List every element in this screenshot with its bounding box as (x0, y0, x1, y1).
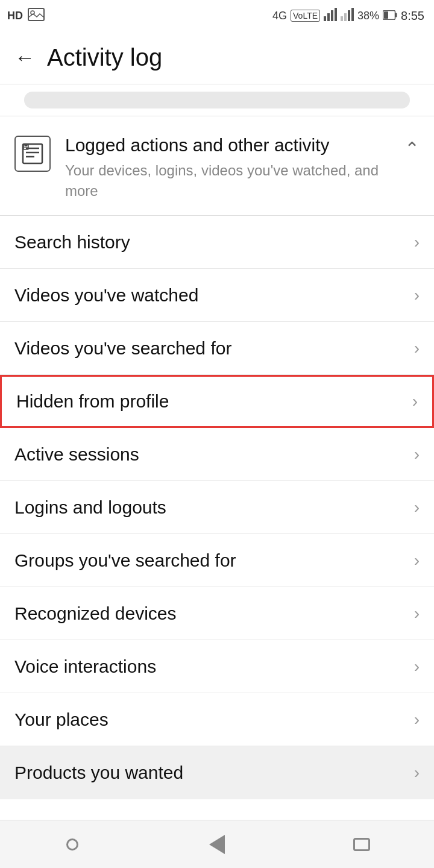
svg-rect-12 (384, 11, 388, 19)
svg-rect-7 (344, 13, 347, 21)
menu-label-hidden-from-profile: Hidden from profile (16, 391, 169, 412)
menu-label-active-sessions: Active sessions (14, 444, 139, 465)
menu-list: Search history›Videos you've watched›Vid… (0, 216, 434, 746)
menu-label-search-history: Search history (14, 232, 130, 253)
time-label: 8:55 (401, 9, 424, 23)
menu-item-logins-logouts[interactable]: Logins and logouts› (0, 481, 434, 534)
section-header: Logged actions and other activity Your d… (0, 116, 434, 215)
page-title: Activity log (47, 44, 162, 71)
menu-item-voice-interactions[interactable]: Voice interactions› (0, 640, 434, 693)
recents-nav-icon (353, 838, 370, 851)
section-title: Logged actions and other activity (65, 133, 392, 157)
menu-label-logins-logouts: Logins and logouts (14, 497, 166, 518)
chevron-icon-videos-watched: › (414, 286, 420, 305)
svg-rect-5 (335, 8, 337, 21)
chevron-icon-your-places: › (414, 710, 420, 729)
svg-rect-11 (395, 13, 397, 17)
menu-item-hidden-from-profile[interactable]: Hidden from profile› (0, 375, 434, 428)
svg-rect-8 (348, 10, 350, 21)
recents-nav-button[interactable] (338, 826, 386, 863)
chevron-up-icon[interactable]: ⌃ (404, 138, 420, 159)
chevron-icon-logins-logouts: › (414, 498, 420, 517)
menu-item-active-sessions[interactable]: Active sessions› (0, 428, 434, 481)
last-chevron-icon: › (414, 763, 420, 782)
menu-item-your-places[interactable]: Your places› (0, 693, 434, 746)
back-nav-button[interactable] (193, 826, 241, 863)
status-bar: HD 4G VoLTE (0, 0, 434, 31)
svg-rect-13 (23, 144, 42, 163)
svg-rect-6 (341, 16, 343, 21)
activity-icon (14, 136, 51, 172)
chevron-icon-hidden-from-profile: › (412, 392, 418, 411)
status-right: 4G VoLTE 38% (272, 8, 424, 24)
chevron-icon-active-sessions: › (414, 445, 420, 464)
hd-label: HD (7, 10, 23, 22)
menu-label-voice-interactions: Voice interactions (14, 656, 156, 677)
home-nav-button[interactable] (48, 826, 96, 863)
menu-label-groups-searched: Groups you've searched for (14, 550, 236, 571)
menu-item-groups-searched[interactable]: Groups you've searched for› (0, 534, 434, 587)
chevron-icon-recognized-devices: › (414, 604, 420, 623)
signal-icon (324, 8, 337, 24)
menu-item-videos-watched[interactable]: Videos you've watched› (0, 269, 434, 322)
back-button[interactable]: ← (14, 46, 35, 69)
home-nav-icon (66, 838, 78, 851)
menu-label-videos-watched: Videos you've watched (14, 285, 198, 306)
image-icon (28, 8, 45, 24)
signal-icon-2 (341, 8, 354, 24)
svg-rect-9 (351, 8, 354, 21)
menu-label-videos-searched: Videos you've searched for (14, 338, 231, 359)
last-menu-item[interactable]: Products you wanted › (0, 746, 434, 799)
menu-item-recognized-devices[interactable]: Recognized devices› (0, 587, 434, 640)
status-left: HD (7, 8, 45, 24)
menu-label-recognized-devices: Recognized devices (14, 603, 177, 624)
battery-label: 38% (357, 10, 379, 22)
network-label: 4G (272, 10, 287, 22)
header: ← Activity log (0, 31, 434, 84)
back-nav-icon (209, 835, 225, 854)
svg-rect-4 (331, 10, 333, 21)
scroll-indicator (0, 84, 434, 108)
menu-item-search-history[interactable]: Search history› (0, 216, 434, 269)
last-item-label: Products you wanted (14, 763, 183, 783)
svg-rect-3 (327, 13, 330, 21)
section-subtitle: Your devices, logins, videos you've watc… (65, 160, 392, 201)
chevron-icon-voice-interactions: › (414, 657, 420, 676)
chevron-icon-groups-searched: › (414, 551, 420, 570)
volte-icon: VoLTE (291, 10, 320, 22)
bottom-nav (0, 820, 434, 868)
chevron-icon-videos-searched: › (414, 339, 420, 358)
chevron-icon-search-history: › (414, 233, 420, 252)
svg-rect-0 (28, 8, 44, 20)
battery-icon (383, 9, 397, 23)
menu-item-videos-searched[interactable]: Videos you've searched for› (0, 322, 434, 375)
menu-label-your-places: Your places (14, 709, 108, 730)
svg-rect-2 (324, 16, 326, 21)
